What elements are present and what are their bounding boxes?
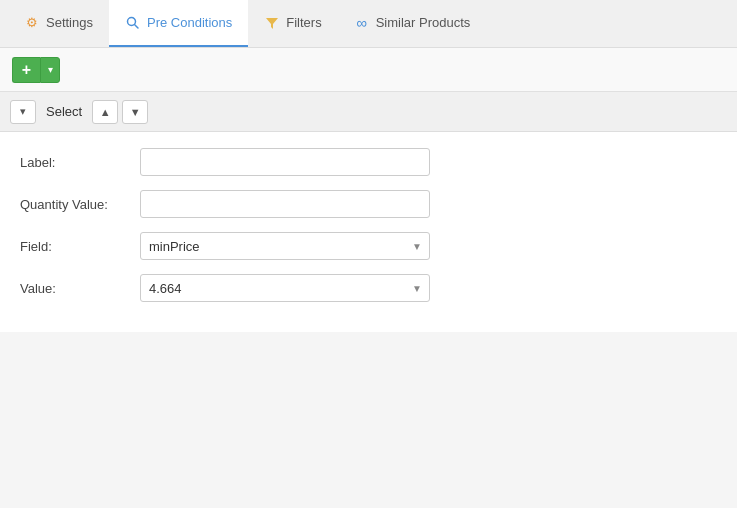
value-select[interactable]: 4.664 1.0 2.0 5.0 10.0 [140,274,430,302]
quantity-input[interactable] [140,190,430,218]
filter-icon [264,15,280,31]
label-input[interactable] [140,148,430,176]
field-select-wrap: minPrice maxPrice price rating stock ▼ [140,232,430,260]
empty-area [0,332,737,508]
chevron-down-icon: ▾ [20,105,26,118]
label-row: Label: [20,148,717,176]
toolbar: + ▾ [0,48,737,92]
field-select[interactable]: minPrice maxPrice price rating stock [140,232,430,260]
condition-header: ▾ Select ▲ ▼ [0,92,737,132]
quantity-row: Quantity Value: [20,190,717,218]
chevron-down-icon: ▼ [130,106,141,118]
collapse-button[interactable]: ▾ [10,100,36,124]
move-up-button[interactable]: ▲ [92,100,118,124]
chevron-down-icon: ▾ [48,64,53,75]
value-select-wrap: 4.664 1.0 2.0 5.0 10.0 ▼ [140,274,430,302]
tab-preconditions-label: Pre Conditions [147,15,232,30]
tab-settings-label: Settings [46,15,93,30]
tab-filters[interactable]: Filters [248,0,337,47]
condition-block: ▾ Select ▲ ▼ Label: Quantity Value: Fiel… [0,92,737,332]
tab-bar: ⚙ Settings Pre Conditions Filters ∞ Simi… [0,0,737,48]
search-icon [125,15,141,31]
add-button-group: + ▾ [12,57,60,83]
field-label: Field: [20,239,140,254]
tab-preconditions[interactable]: Pre Conditions [109,0,248,47]
value-row: Value: 4.664 1.0 2.0 5.0 10.0 ▼ [20,274,717,302]
infinity-icon: ∞ [354,15,370,31]
svg-line-1 [134,24,138,28]
move-down-button[interactable]: ▼ [122,100,148,124]
add-dropdown-button[interactable]: ▾ [40,57,60,83]
tab-similar-products[interactable]: ∞ Similar Products [338,0,487,47]
svg-marker-2 [266,18,278,29]
value-label: Value: [20,281,140,296]
field-row: Field: minPrice maxPrice price rating st… [20,232,717,260]
label-field-label: Label: [20,155,140,170]
tab-filters-label: Filters [286,15,321,30]
select-label: Select [46,104,82,119]
chevron-up-icon: ▲ [100,106,111,118]
add-button[interactable]: + [12,57,40,83]
gear-icon: ⚙ [24,15,40,31]
condition-form: Label: Quantity Value: Field: minPrice m… [0,132,737,332]
tab-similar-label: Similar Products [376,15,471,30]
tab-settings[interactable]: ⚙ Settings [8,0,109,47]
quantity-field-label: Quantity Value: [20,197,140,212]
